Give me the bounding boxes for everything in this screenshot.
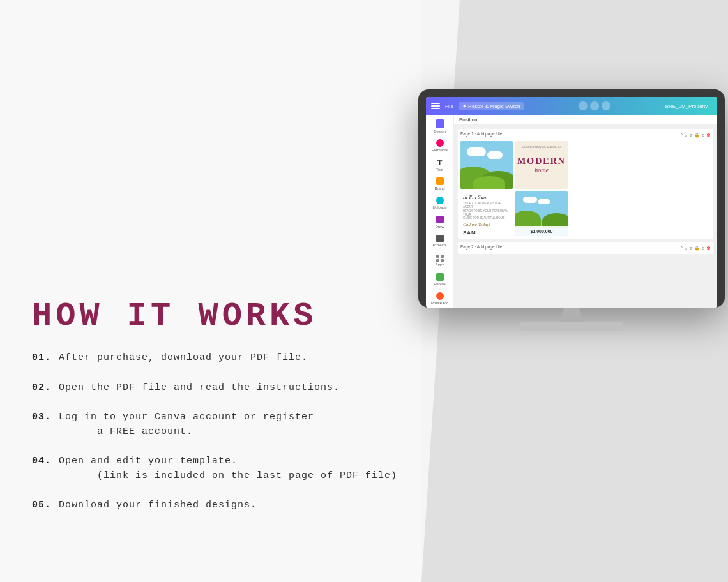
cloud-1 xyxy=(467,147,486,156)
sidebar-label: Brand xyxy=(434,186,444,190)
save-icon[interactable] xyxy=(602,101,610,110)
canva-main-area[interactable]: Position Page 1 · Add page title ⌃ ⌄ ⊙ 🔒 xyxy=(454,115,717,308)
sidebar-item-profile-pic[interactable]: Profile Pic xyxy=(428,290,451,308)
hamburger-icon[interactable] xyxy=(431,103,440,109)
list-item: 03. Log in to your Canva account or regi… xyxy=(32,410,428,439)
canva-sidebar: Design Elements T Text Brand xyxy=(426,115,454,308)
step-number: 05. xyxy=(32,498,59,513)
sidebar-item-projects[interactable]: Projects xyxy=(428,232,451,250)
sidebar-label: Uploads xyxy=(432,205,446,209)
step-number: 03. xyxy=(32,410,59,425)
page-2-controls: ⌃ ⌄ ⊙ 🔒 ⊡ 🗑 xyxy=(680,246,711,251)
canva-toolbar: File ✦ Resize & Magic Switch BRE_LM_Prop… xyxy=(426,97,717,115)
how-it-works-section: HOW IT WORKS 01. After purchase, downloa… xyxy=(32,300,428,528)
sidebar-label: Projects xyxy=(433,243,447,247)
file-name: BRE_LM_Property- xyxy=(665,103,709,109)
page-1-cards-row2: hi I'm Sam YOUR LOCAL REAL ESTATE AGENT,… xyxy=(460,191,711,236)
address-text: 123 Boundary St, Dallas, TX xyxy=(522,145,562,149)
page-title: HOW IT WORKS xyxy=(32,300,428,333)
modern-home-card: 123 Boundary St, Dallas, TX MODERN home xyxy=(515,141,568,189)
monitor-base xyxy=(520,322,623,331)
sidebar-item-text[interactable]: T Text xyxy=(428,156,451,174)
apps-icon xyxy=(436,255,444,262)
sidebar-item-elements[interactable]: Elements xyxy=(428,137,451,154)
step-text: Download your finished designs. xyxy=(59,498,257,513)
cloud-small-1 xyxy=(523,197,537,203)
sidebar-item-uploads[interactable]: Uploads xyxy=(428,194,451,212)
sidebar-item-photos[interactable]: Photos xyxy=(428,271,451,288)
file-menu[interactable]: File xyxy=(445,103,453,109)
sidebar-label: Draw xyxy=(435,225,444,228)
sidebar-label: Elements xyxy=(432,148,448,152)
sidebar-label: Profile Pic xyxy=(431,301,448,305)
page-controls: ⌃ ⌄ ⊙ 🔒 ⊡ 🗑 xyxy=(680,133,711,138)
sidebar-label: Photos xyxy=(434,282,446,286)
sidebar-item-brand[interactable]: Brand xyxy=(428,175,451,193)
price-bar: $1,000,000 xyxy=(515,226,568,236)
agent-greeting: hi I'm Sam xyxy=(463,194,510,200)
step-number: 01. xyxy=(32,351,59,366)
agent-name: SAM JOHNSTON xyxy=(463,230,510,236)
page-1-section: Page 1 · Add page title ⌃ ⌄ ⊙ 🔒 ⊡ 🗑 xyxy=(458,129,713,239)
monitor-bezel: File ✦ Resize & Magic Switch BRE_LM_Prop… xyxy=(418,89,725,308)
redo-icon[interactable] xyxy=(590,101,599,110)
landscape-card xyxy=(460,141,513,189)
resize-magic-switch-button[interactable]: ✦ Resize & Magic Switch xyxy=(459,102,524,110)
price-text: $1,000,000 xyxy=(530,229,552,234)
agent-description: YOUR LOCAL REAL ESTATE AGENT,READY TO BE… xyxy=(463,202,510,220)
page-2-section: Page 2 · Add page title ⌃ ⌄ ⊙ 🔒 ⊡ 🗑 xyxy=(458,242,713,254)
list-item: 05. Download your finished designs. xyxy=(32,498,428,513)
call-to-action: Call me Today! xyxy=(463,222,510,227)
list-item: 04. Open and edit your template. (link i… xyxy=(32,454,428,483)
canva-body: Design Elements T Text Brand xyxy=(426,115,717,308)
position-panel: Position xyxy=(454,115,717,125)
modern-title: MODERN xyxy=(517,156,566,166)
steps-list: 01. After purchase, download your PDF fi… xyxy=(32,351,428,513)
sidebar-item-apps[interactable]: Apps xyxy=(428,251,451,269)
step-number: 04. xyxy=(32,454,59,469)
sidebar-label: Design xyxy=(434,130,446,133)
canvas-scroll[interactable]: Page 1 · Add page title ⌃ ⌄ ⊙ 🔒 ⊡ 🗑 xyxy=(454,125,717,306)
sidebar-item-design[interactable]: Design xyxy=(428,117,451,135)
step-number: 02. xyxy=(32,381,59,396)
sidebar-label: Text xyxy=(436,168,443,172)
page-1-cards: 123 Boundary St, Dallas, TX MODERN home xyxy=(460,141,711,189)
step-text: After purchase, download your PDF file. xyxy=(59,351,308,366)
hill-3 xyxy=(473,176,505,189)
list-item: 02. Open the PDF file and read the instr… xyxy=(32,381,428,396)
cloud-2 xyxy=(487,151,503,159)
step-text: Log in to your Canva account or register… xyxy=(59,410,314,439)
toolbar-icons xyxy=(579,101,610,110)
agent-intro-card: hi I'm Sam YOUR LOCAL REAL ESTATE AGENT,… xyxy=(460,191,513,236)
price-landscape-card: $1,000,000 xyxy=(515,191,568,236)
list-item: 01. After purchase, download your PDF fi… xyxy=(32,351,428,366)
sidebar-item-draw[interactable]: Draw xyxy=(428,213,451,231)
page-2-label: Page 2 · Add page title xyxy=(460,244,502,249)
monitor-mockup: File ✦ Resize & Magic Switch BRE_LM_Prop… xyxy=(402,89,728,331)
text-icon: T xyxy=(437,158,442,168)
home-subtitle: home xyxy=(535,167,549,174)
monitor-screen: File ✦ Resize & Magic Switch BRE_LM_Prop… xyxy=(426,97,717,308)
page-1-label: Page 1 · Add page title xyxy=(460,131,502,136)
monitor-neck xyxy=(552,308,591,322)
undo-icon[interactable] xyxy=(579,101,588,110)
cloud-small-2 xyxy=(538,199,550,204)
sidebar-label: Apps xyxy=(436,262,444,266)
step-text: Open the PDF file and read the instructi… xyxy=(59,381,340,396)
step-text: Open and edit your template. (link is in… xyxy=(59,454,397,483)
